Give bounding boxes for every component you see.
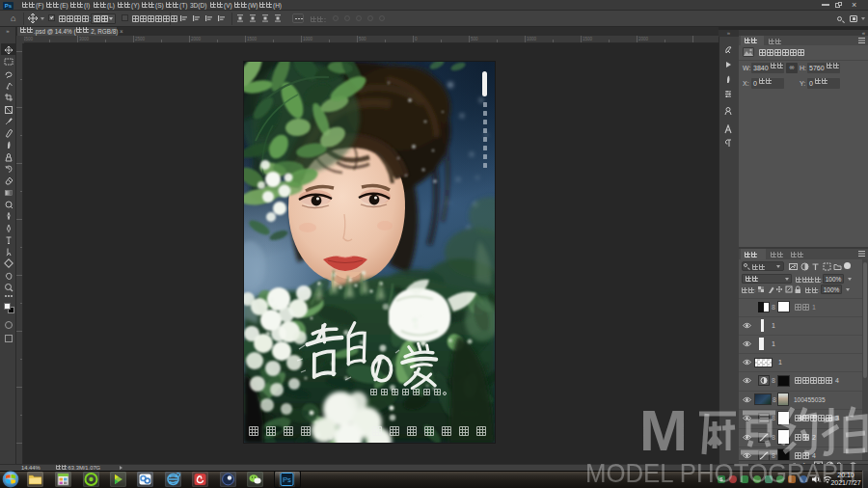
svg-text:Ps: Ps [283, 475, 291, 484]
